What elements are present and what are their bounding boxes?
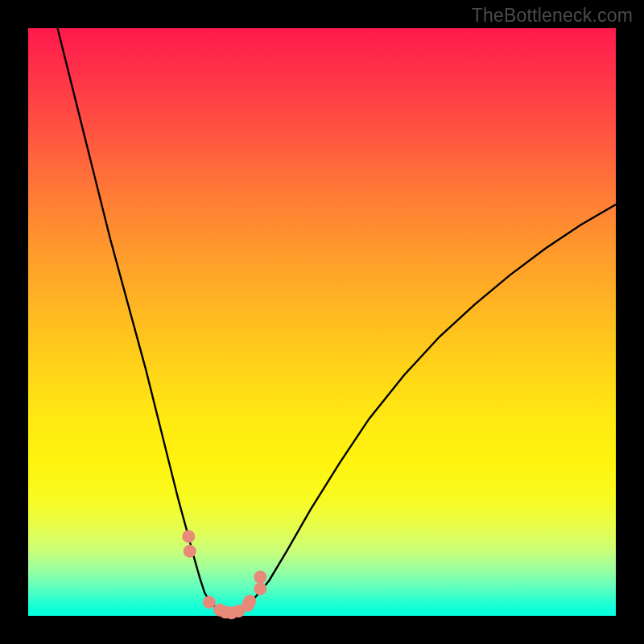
svg-point-8 — [243, 595, 256, 608]
right-curve — [231, 204, 616, 614]
left-curve — [58, 28, 231, 614]
svg-point-0 — [182, 530, 195, 543]
svg-point-9 — [254, 582, 266, 595]
svg-point-10 — [254, 571, 266, 584]
watermark-text: TheBottleneck.com — [472, 5, 633, 27]
chart-frame: TheBottleneck.com — [0, 0, 644, 644]
chart-svg — [28, 28, 616, 616]
svg-point-2 — [203, 596, 216, 609]
chart-markers — [182, 530, 266, 619]
svg-point-1 — [184, 545, 196, 558]
chart-plot-area — [28, 28, 616, 616]
